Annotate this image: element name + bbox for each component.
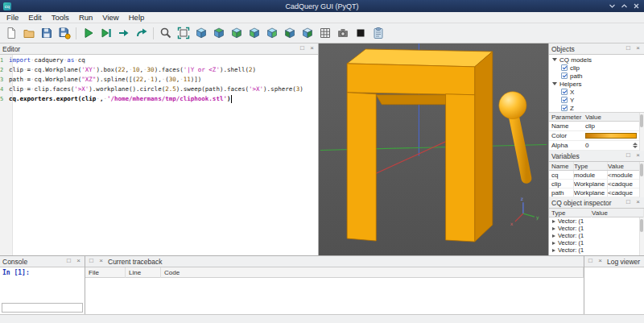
close-panel-icon[interactable]: × bbox=[634, 45, 642, 52]
screenshot-button[interactable] bbox=[334, 25, 351, 42]
hook-sphere[interactable] bbox=[499, 92, 526, 119]
tree-group-cq-models[interactable]: CQ models bbox=[549, 56, 644, 64]
tree-item-clip[interactable]: clip bbox=[549, 64, 644, 72]
menu-help[interactable]: Help bbox=[124, 12, 150, 23]
code-line[interactable]: 4clip·=·clip.faces('>X').workplane().cir… bbox=[0, 85, 318, 94]
undock-icon[interactable]: □ bbox=[65, 258, 72, 265]
right-view-button[interactable] bbox=[299, 25, 316, 42]
console-output[interactable]: In [1]: bbox=[0, 267, 85, 314]
console-input[interactable] bbox=[2, 303, 83, 313]
save-as-button[interactable] bbox=[56, 25, 72, 42]
editor-code[interactable]: 1import·cadquery·as·cq2clip·=·cq.Workpla… bbox=[0, 55, 318, 255]
maximize-icon[interactable] bbox=[620, 2, 629, 10]
menu-view[interactable]: View bbox=[97, 12, 123, 23]
expand-arrow-icon[interactable] bbox=[552, 58, 557, 61]
close-panel-icon[interactable]: × bbox=[97, 258, 105, 265]
inspector-row[interactable]: Vector: (1 bbox=[549, 246, 644, 254]
front-view-button[interactable] bbox=[246, 25, 262, 42]
close-panel-icon[interactable]: × bbox=[634, 199, 642, 206]
close-panel-icon[interactable]: × bbox=[597, 258, 604, 265]
tree-item-path[interactable]: path bbox=[549, 72, 644, 80]
stop-button[interactable] bbox=[352, 25, 369, 42]
parameter-value[interactable]: clip bbox=[585, 122, 644, 130]
undock-icon[interactable]: □ bbox=[299, 45, 306, 52]
code-line[interactable]: 1import·cadquery·as·cq bbox=[0, 56, 318, 65]
debug-button[interactable] bbox=[97, 25, 114, 42]
spinbox-value[interactable]: 0 bbox=[585, 142, 588, 149]
spin-up-icon[interactable] bbox=[633, 143, 638, 145]
inspector-row[interactable]: Vector: (1 bbox=[549, 254, 644, 255]
scrollbar[interactable] bbox=[639, 217, 644, 255]
undock-icon[interactable]: □ bbox=[625, 199, 632, 206]
expand-arrow-icon[interactable] bbox=[552, 242, 555, 245]
tree-group-label: Helpers bbox=[559, 81, 582, 88]
tree-item-z[interactable]: Z bbox=[549, 104, 644, 112]
traceback-body[interactable] bbox=[85, 278, 584, 314]
zoom-button[interactable] bbox=[157, 25, 174, 42]
code-line[interactable]: 2clip·=·cq.Workplane('XY').box(22,·10,·3… bbox=[0, 65, 318, 75]
undock-icon[interactable]: □ bbox=[625, 45, 632, 52]
top-view-button[interactable] bbox=[210, 25, 227, 42]
fit-view-button[interactable] bbox=[175, 25, 192, 42]
close-icon[interactable] bbox=[632, 2, 641, 10]
undock-icon[interactable]: □ bbox=[625, 152, 632, 159]
parameter-row-alpha[interactable]: Alpha0 bbox=[549, 141, 644, 151]
checkbox-clip[interactable] bbox=[561, 64, 568, 71]
checkbox-y[interactable] bbox=[561, 97, 568, 103]
checkbox-path[interactable] bbox=[561, 72, 568, 79]
inspector-row[interactable]: Vector: (1 bbox=[549, 232, 644, 239]
color-swatch[interactable] bbox=[585, 133, 637, 139]
tree-group-helpers[interactable]: Helpers bbox=[549, 80, 644, 88]
expand-arrow-icon[interactable] bbox=[552, 82, 557, 85]
parameter-row-name[interactable]: Nameclip bbox=[549, 122, 644, 131]
checkbox-z[interactable] bbox=[561, 105, 568, 111]
step-in-button[interactable] bbox=[133, 25, 150, 42]
inspector-row[interactable]: Vector: (1 bbox=[549, 217, 644, 225]
viewport-3d[interactable]: z y x bbox=[319, 43, 549, 255]
bottom-view-button[interactable] bbox=[228, 25, 245, 42]
scrollbar[interactable] bbox=[639, 162, 644, 197]
scrollbar[interactable] bbox=[639, 113, 644, 151]
clipboard-button[interactable] bbox=[369, 25, 386, 42]
expand-arrow-icon[interactable] bbox=[552, 227, 555, 230]
parameter-row-color[interactable]: Color bbox=[549, 131, 644, 141]
checkbox-x[interactable] bbox=[561, 89, 568, 95]
undock-icon[interactable]: □ bbox=[587, 258, 594, 265]
save-button[interactable] bbox=[38, 25, 55, 42]
new-script-button[interactable] bbox=[2, 25, 19, 42]
spin-down-icon[interactable] bbox=[633, 146, 638, 148]
tree-item-x[interactable]: X bbox=[549, 88, 644, 96]
window-title: CadQuery GUI (PyQT) bbox=[0, 2, 644, 10]
iso-view-button[interactable] bbox=[192, 25, 209, 42]
inspector-row[interactable]: Vector: (1 bbox=[549, 225, 644, 232]
table-row[interactable]: pathWorkplane<cadque bbox=[549, 188, 644, 197]
log-body[interactable] bbox=[584, 267, 644, 314]
table-row[interactable]: cqmodule<module bbox=[549, 171, 644, 180]
expand-arrow-icon[interactable] bbox=[552, 249, 555, 252]
code-line[interactable]: 3path·=·cq.Workplane("XZ").spline([(22,·… bbox=[0, 75, 318, 85]
title-bar[interactable]: cq CadQuery GUI (PyQT) bbox=[0, 0, 644, 12]
back-view-button[interactable] bbox=[263, 25, 280, 42]
left-view-button[interactable] bbox=[281, 25, 298, 42]
undock-icon[interactable]: □ bbox=[88, 258, 95, 265]
tree-item-y[interactable]: Y bbox=[549, 96, 644, 104]
spinbox-buttons[interactable] bbox=[633, 143, 638, 148]
step-button[interactable] bbox=[115, 25, 132, 42]
close-panel-icon[interactable]: × bbox=[634, 152, 642, 159]
toggle-grid-button[interactable] bbox=[316, 25, 333, 42]
menu-run[interactable]: Run bbox=[74, 12, 97, 23]
viewport-canvas[interactable]: z y x bbox=[319, 43, 548, 255]
close-panel-icon[interactable]: × bbox=[308, 45, 316, 52]
open-script-button[interactable] bbox=[20, 25, 37, 42]
table-row[interactable]: clipWorkplane<cadque bbox=[549, 180, 644, 188]
expand-arrow-icon[interactable] bbox=[552, 220, 555, 223]
menu-tools[interactable]: Tools bbox=[47, 12, 74, 23]
code-line[interactable]: 5cq.exporters.export(clip·,·'/home/mherm… bbox=[0, 94, 318, 104]
close-panel-icon[interactable]: × bbox=[75, 258, 82, 265]
expand-arrow-icon[interactable] bbox=[552, 234, 555, 238]
inspector-row[interactable]: Vector: (1 bbox=[549, 239, 644, 246]
menu-file[interactable]: File bbox=[2, 12, 23, 23]
menu-edit[interactable]: Edit bbox=[23, 12, 46, 23]
minimize-icon[interactable] bbox=[608, 2, 617, 10]
render-button[interactable] bbox=[80, 25, 97, 42]
